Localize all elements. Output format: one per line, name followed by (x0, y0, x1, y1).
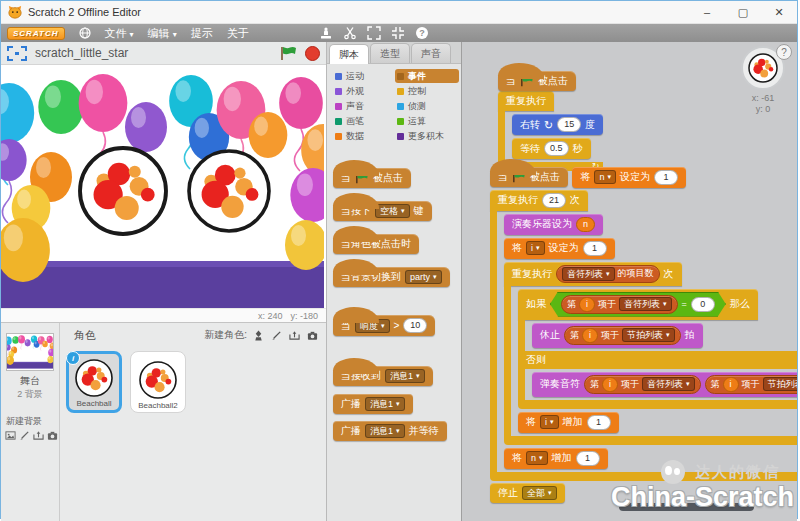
block-play-note[interactable]: 弹奏音符 第 i 项于 音符列表▾ (532, 372, 797, 397)
value-input[interactable]: 1 (587, 415, 611, 430)
block-help-icon[interactable]: ? (415, 26, 429, 40)
minimize-button[interactable]: – (689, 1, 725, 23)
message-dropdown[interactable]: 消息1▾ (365, 424, 405, 438)
key-dropdown[interactable]: 空格▾ (375, 204, 410, 218)
scripts-pane[interactable]: 当 被点击 重复执行 右转 ↻ 15 度 (462, 42, 797, 521)
variable-dropdown[interactable]: i▾ (526, 241, 545, 255)
maximize-button[interactable]: ▢ (725, 1, 761, 23)
list-dropdown[interactable]: 音符列表▾ (562, 267, 615, 281)
block-if-else[interactable]: 如果 第 i 项于 音符列表▾ (518, 289, 797, 409)
list-length-reporter[interactable]: 音符列表▾ 的项目数 (556, 265, 660, 283)
value-input[interactable]: 1 (576, 451, 600, 466)
block-when-i-receive[interactable]: 当接收到 消息1▾ (333, 366, 433, 386)
block-broadcast-and-wait[interactable]: 广播 消息1▾ 并等待 (333, 421, 447, 441)
menu-about[interactable]: 关于 (227, 26, 249, 41)
block-turn-right[interactable]: 右转 ↻ 15 度 (512, 114, 603, 135)
menu-edit[interactable]: 编辑 ▾ (148, 26, 177, 41)
degrees-input[interactable]: 15 (557, 117, 581, 132)
message-dropdown[interactable]: 消息1▾ (365, 397, 405, 411)
repeat-count-input[interactable]: 21 (542, 193, 566, 208)
duplicate-stamp-icon[interactable] (319, 26, 333, 40)
block-rest-beats[interactable]: 休止 第 i 项于 节拍列表▾ (532, 323, 703, 348)
block-stop-all[interactable]: 停止 全部▾ (490, 483, 565, 503)
category-motion[interactable]: 运动 (333, 69, 395, 83)
variable-i-reporter[interactable]: i (582, 328, 598, 343)
backdrop-dropdown[interactable]: party▾ (405, 270, 442, 284)
variable-i-reporter[interactable]: i (579, 297, 595, 312)
sprite-card-beachball[interactable]: i Beachball (66, 351, 122, 413)
variable-i-reporter[interactable]: i (602, 377, 618, 392)
upload-icon[interactable] (289, 330, 300, 341)
backdrop-library-icon[interactable] (5, 430, 16, 441)
block-when-backdrop-switches[interactable]: 当背景切换到 party▾ (333, 267, 450, 287)
block-set-instrument[interactable]: 演奏乐器设为 n (504, 214, 603, 235)
item-of-list-reporter[interactable]: 第 i 项于 音符列表▾ (561, 295, 678, 314)
sprite-card-beachball2[interactable]: Beachball2 (130, 351, 186, 413)
category-control[interactable]: 控制 (395, 84, 459, 98)
script-spin[interactable]: 当 被点击 重复执行 右转 ↻ 15 度 (498, 62, 603, 171)
variable-i-reporter[interactable]: i (723, 377, 739, 392)
green-flag-icon[interactable] (280, 46, 297, 61)
block-wait[interactable]: 等待 0.5 秒 (512, 138, 591, 159)
project-name[interactable]: scratch_little_star (35, 46, 272, 60)
shrink-sprite-icon[interactable] (391, 26, 405, 40)
close-button[interactable]: ✕ (761, 1, 797, 23)
list-dropdown[interactable]: 音符列表▾ (619, 297, 672, 311)
category-looks[interactable]: 外观 (333, 84, 395, 98)
delete-scissors-icon[interactable] (343, 26, 357, 40)
equals-operator[interactable]: 第 i 项于 音符列表▾ = 0 (550, 292, 726, 317)
block-change-variable-n[interactable]: 将 n▾ 增加 1 (504, 448, 608, 469)
block-when-key-pressed[interactable]: 当按下 空格▾ 键 (333, 201, 432, 221)
fullscreen-icon[interactable] (7, 46, 27, 61)
stage-thumbnail[interactable] (6, 333, 54, 371)
tab-costumes[interactable]: 造型 (370, 43, 410, 63)
block-when-flag-clicked[interactable]: 当 被点击 (333, 168, 411, 188)
block-when-sprite-clicked[interactable]: 当角色被点击时 (333, 234, 419, 254)
block-when-flag-clicked[interactable]: 当 被点击 (498, 71, 576, 91)
block-repeat-list-length[interactable]: 重复执行 音符列表▾ 的项目数 次 (504, 262, 797, 445)
paintbrush-icon[interactable] (271, 330, 282, 341)
category-pen[interactable]: 画笔 (333, 114, 395, 128)
variable-dropdown[interactable]: n▾ (594, 170, 616, 184)
camera-icon[interactable] (47, 430, 58, 441)
paintbrush-icon[interactable] (19, 430, 30, 441)
sprite-library-icon[interactable] (253, 330, 264, 341)
tab-scripts[interactable]: 脚本 (329, 44, 369, 64)
category-events[interactable]: 事件 (395, 69, 459, 83)
stop-dropdown[interactable]: 全部▾ (522, 486, 557, 500)
category-sensing[interactable]: 侦测 (395, 99, 459, 113)
info-icon[interactable]: i (66, 351, 80, 365)
message-dropdown[interactable]: 消息1▾ (385, 369, 425, 383)
language-globe-icon[interactable] (79, 27, 91, 39)
camera-icon[interactable] (307, 330, 318, 341)
block-when-loudness-greater[interactable]: 当 响度▾ > 10 (333, 315, 435, 336)
variable-dropdown[interactable]: n▾ (526, 451, 548, 465)
value-input[interactable]: 0 (691, 297, 715, 312)
variable-dropdown[interactable]: i▾ (540, 415, 559, 429)
list-dropdown[interactable]: 音符列表▾ (642, 377, 695, 391)
block-broadcast[interactable]: 广播 消息1▾ (333, 394, 413, 414)
item-of-list-reporter[interactable]: 第 i 项于 音符列表▾ (584, 375, 701, 394)
category-data[interactable]: 数据 (333, 129, 395, 143)
list-dropdown[interactable]: 节拍列表▾ (622, 328, 675, 342)
value-input[interactable]: 1 (583, 241, 607, 256)
sensor-dropdown[interactable]: 响度▾ (355, 319, 390, 333)
block-repeat-21[interactable]: 重复执行 21 次 演奏乐器设为 n 将 i▾ (490, 190, 797, 481)
stop-icon[interactable] (305, 46, 320, 61)
value-input[interactable]: 10 (403, 318, 427, 333)
variable-n-reporter[interactable]: n (576, 217, 595, 232)
list-dropdown[interactable]: 节拍列表▾ (763, 377, 797, 391)
block-when-flag-clicked[interactable]: 当 被点击 (490, 167, 568, 187)
upload-icon[interactable] (33, 430, 44, 441)
block-change-variable-i[interactable]: 将 i▾ 增加 1 (518, 412, 619, 433)
category-operators[interactable]: 运算 (395, 114, 459, 128)
tab-sounds[interactable]: 声音 (411, 43, 451, 63)
block-help-icon[interactable]: ? (776, 44, 792, 60)
script-play-song[interactable]: 当 被点击 将 n▾ 设定为 1 重复执行 21 次 (490, 158, 797, 503)
block-set-variable-i[interactable]: 将 i▾ 设定为 1 (504, 238, 615, 259)
block-set-variable-n[interactable]: 将 n▾ 设定为 1 (572, 167, 686, 188)
horizontal-scrollbar[interactable] (619, 503, 754, 511)
menu-tips[interactable]: 提示 (191, 26, 213, 41)
category-sound[interactable]: 声音 (333, 99, 395, 113)
menu-file[interactable]: 文件 ▾ (105, 26, 134, 41)
